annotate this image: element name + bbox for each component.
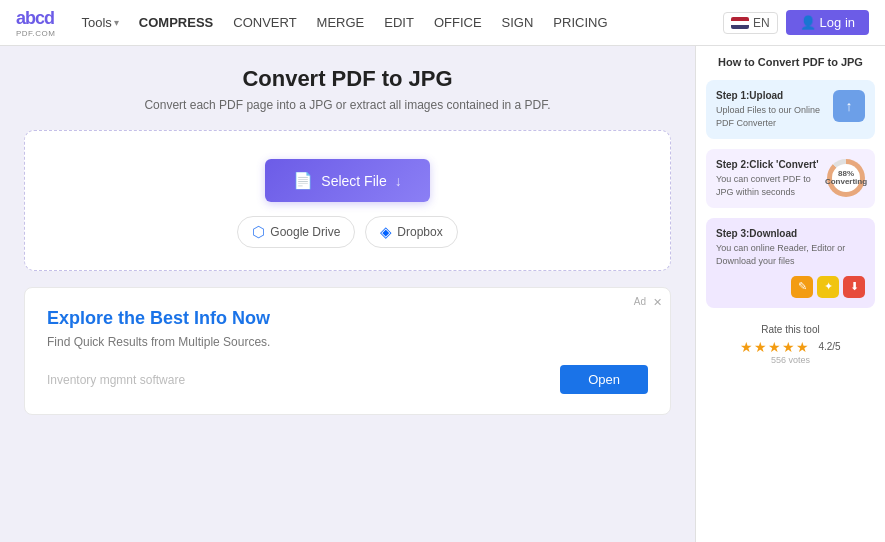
- ad-title: Explore the Best Info Now: [47, 308, 648, 329]
- compress-label: COMPRESS: [139, 15, 213, 30]
- nav-merge[interactable]: MERGE: [309, 11, 373, 34]
- logo-text: abcd: [16, 8, 54, 29]
- nav-tools[interactable]: Tools ▾: [74, 11, 127, 34]
- dropbox-label: Dropbox: [397, 225, 442, 239]
- content-area: Convert PDF to JPG Convert each PDF page…: [0, 46, 695, 542]
- step3-card: Step 3:Download You can online Reader, E…: [706, 218, 875, 307]
- reader-icon: ✎: [791, 276, 813, 298]
- page-subtitle: Convert each PDF page into a JPG or extr…: [24, 98, 671, 112]
- progress-inner: 88% Converting: [832, 164, 860, 192]
- step2-header: Step 2:Click 'Convert' You can convert P…: [716, 159, 865, 198]
- progress-sub: Converting: [825, 178, 867, 186]
- chevron-down-icon: ▾: [114, 17, 119, 28]
- step3-desc: You can online Reader, Editor or Downloa…: [716, 242, 865, 267]
- ad-open-button[interactable]: Open: [560, 365, 648, 394]
- step1-label: Step 1:Upload: [716, 90, 827, 101]
- select-file-label: Select File: [321, 173, 386, 189]
- google-drive-button[interactable]: ⬡ Google Drive: [237, 216, 355, 248]
- edit-icon: ✦: [817, 276, 839, 298]
- page-title: Convert PDF to JPG: [24, 66, 671, 92]
- file-icon: 📄: [293, 171, 313, 190]
- step1-icon: ↑: [833, 90, 865, 122]
- dropbox-button[interactable]: ◈ Dropbox: [365, 216, 457, 248]
- language-button[interactable]: EN: [723, 12, 778, 34]
- google-drive-label: Google Drive: [270, 225, 340, 239]
- step3-icons: ✎ ✦ ⬇: [716, 276, 865, 298]
- close-ad-button[interactable]: ✕: [653, 296, 662, 309]
- cloud-options: ⬡ Google Drive ◈ Dropbox: [45, 216, 650, 248]
- step3-text: Step 3:Download You can online Reader, E…: [716, 228, 865, 267]
- login-button[interactable]: 👤 Log in: [786, 10, 869, 35]
- office-label: OFFICE: [434, 15, 482, 30]
- convert-label: CONVERT: [233, 15, 296, 30]
- rating-section: Rate this tool ★★★★★ 4.2/5 556 votes: [706, 324, 875, 365]
- user-icon: 👤: [800, 15, 816, 30]
- pricing-label: PRICING: [553, 15, 607, 30]
- select-file-button[interactable]: 📄 Select File ↓: [265, 159, 429, 202]
- step1-card: Step 1:Upload Upload Files to our Online…: [706, 80, 875, 139]
- sidebar-title: How to Convert PDF to JPG: [706, 56, 875, 68]
- download-icon: ⬇: [843, 276, 865, 298]
- progress-circle: 88% Converting: [827, 159, 865, 197]
- step2-label: Step 2:Click 'Convert': [716, 159, 821, 170]
- step2-card: Step 2:Click 'Convert' You can convert P…: [706, 149, 875, 208]
- ad-bottom: Inventory mgmnt software Open: [47, 365, 648, 394]
- step2-desc: You can convert PDF to JPG within second…: [716, 173, 821, 198]
- step3-label: Step 3:Download: [716, 228, 865, 239]
- tools-label: Tools: [82, 15, 112, 30]
- navbar: abcd PDF.COM Tools ▾ COMPRESS CONVERT ME…: [0, 0, 885, 46]
- sidebar: How to Convert PDF to JPG Step 1:Upload …: [695, 46, 885, 542]
- nav-office[interactable]: OFFICE: [426, 11, 490, 34]
- upload-box: 📄 Select File ↓ ⬡ Google Drive ◈ Dropbox: [24, 130, 671, 271]
- rating-row: ★★★★★ 4.2/5: [706, 339, 875, 355]
- google-drive-icon: ⬡: [252, 223, 265, 241]
- ad-query: Inventory mgmnt software: [47, 373, 185, 387]
- nav-pricing[interactable]: PRICING: [545, 11, 615, 34]
- nav-edit[interactable]: EDIT: [376, 11, 422, 34]
- step1-desc: Upload Files to our Online PDF Converter: [716, 104, 827, 129]
- step2-text: Step 2:Click 'Convert' You can convert P…: [716, 159, 821, 198]
- step1-text: Step 1:Upload Upload Files to our Online…: [716, 90, 827, 129]
- nav-sign[interactable]: SIGN: [494, 11, 542, 34]
- rating-label: Rate this tool: [706, 324, 875, 335]
- upload-icon: ↑: [846, 98, 853, 114]
- logo-pdf: PDF.COM: [16, 29, 56, 38]
- dropbox-icon: ◈: [380, 223, 392, 241]
- lang-label: EN: [753, 16, 770, 30]
- merge-label: MERGE: [317, 15, 365, 30]
- nav-convert[interactable]: CONVERT: [225, 11, 304, 34]
- step1-header: Step 1:Upload Upload Files to our Online…: [716, 90, 865, 129]
- rating-votes: 556 votes: [706, 355, 875, 365]
- login-label: Log in: [820, 15, 855, 30]
- flag-icon: [731, 17, 749, 29]
- nav-compress[interactable]: COMPRESS: [131, 11, 221, 34]
- ad-box: Ad ✕ Explore the Best Info Now Find Quic…: [24, 287, 671, 415]
- logo[interactable]: abcd PDF.COM: [16, 8, 56, 38]
- nav-right: EN 👤 Log in: [723, 10, 869, 35]
- rating-score: 4.2/5: [818, 341, 840, 352]
- edit-label: EDIT: [384, 15, 414, 30]
- step3-header: Step 3:Download You can online Reader, E…: [716, 228, 865, 267]
- rating-stars: ★★★★★: [740, 339, 810, 355]
- ad-label: Ad: [634, 296, 646, 307]
- main-layout: Convert PDF to JPG Convert each PDF page…: [0, 46, 885, 542]
- ad-subtitle: Find Quick Results from Multiple Sources…: [47, 335, 648, 349]
- upload-arrow-icon: ↓: [395, 173, 402, 189]
- nav-items: Tools ▾ COMPRESS CONVERT MERGE EDIT OFFI…: [74, 11, 723, 34]
- sign-label: SIGN: [502, 15, 534, 30]
